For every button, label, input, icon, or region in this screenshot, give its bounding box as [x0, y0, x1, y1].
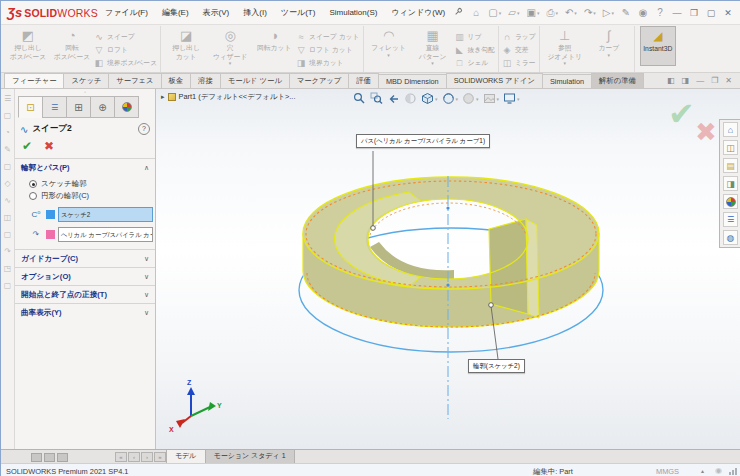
view-settings-icon[interactable] — [503, 92, 520, 105]
profile-selection-field[interactable]: スケッチ2 — [58, 207, 153, 222]
extruded-cut-button[interactable]: ◪ 押し出し カット — [164, 27, 208, 61]
confirmation-cancel-button[interactable]: ✖ — [695, 117, 717, 148]
hide-show-items-icon[interactable] — [462, 92, 479, 105]
home-icon[interactable]: ⌂ — [471, 7, 481, 18]
tab-addins[interactable]: SOLIDWORKS アドイン — [446, 73, 543, 88]
sketch-profile-radio[interactable]: スケッチ輪郭 — [29, 178, 153, 190]
confirmation-ok-button[interactable]: ✔ — [668, 95, 695, 133]
redo-icon[interactable]: ↷ — [584, 7, 596, 18]
view-palette-icon[interactable]: ◨ — [723, 176, 738, 191]
display-style-icon[interactable] — [442, 92, 459, 105]
loft-button[interactable]: ▽ロフト — [94, 43, 157, 56]
tab-sheet-metal[interactable]: 板金 — [161, 73, 192, 88]
custom-properties-icon[interactable]: ☰ — [723, 212, 738, 227]
select-icon[interactable]: ▷ — [603, 7, 614, 18]
section-options[interactable]: オプション(O) ∨ — [15, 267, 155, 285]
feature-tree-icon[interactable]: ↷ — [4, 247, 11, 256]
previous-view-icon[interactable] — [387, 92, 400, 105]
first-tab-button[interactable]: « — [115, 452, 127, 462]
zoom-to-fit-icon[interactable] — [353, 92, 366, 105]
tag-icon[interactable]: ◉ — [715, 466, 722, 475]
view-orientation-icon[interactable] — [421, 92, 438, 105]
display-manager-tab[interactable] — [114, 96, 139, 118]
loft-cut-button[interactable]: ▽ロフト カット — [296, 43, 359, 56]
feature-manager-tab[interactable]: ☰ — [42, 96, 67, 118]
print-icon[interactable]: ⎙ — [546, 7, 558, 19]
feature-tree-icon[interactable]: ▢ — [4, 230, 12, 239]
next-tab-button[interactable]: › — [141, 452, 153, 462]
section-profile-and-path[interactable]: 輪郭とパス(P) ∧ — [15, 158, 155, 176]
home-tab-icon[interactable]: ⌂ — [723, 122, 738, 137]
path-callout[interactable]: パス(ヘリカル カーブ/スパイラル カーブ1) — [356, 134, 490, 148]
menu-window[interactable]: ウィンドウ(W) — [384, 4, 452, 21]
previous-tab-button[interactable]: ‹ — [128, 452, 140, 462]
forum-icon[interactable]: ◍ — [723, 230, 738, 245]
zoom-to-area-icon[interactable] — [370, 92, 383, 105]
wrap-button[interactable]: ∩ラップ — [502, 30, 536, 43]
menu-view[interactable]: 表示(V) — [196, 4, 237, 21]
tab-analysis-preparation[interactable]: 解析の準備 — [591, 73, 644, 88]
feature-tree-icon[interactable]: ◇ — [4, 179, 10, 188]
appearances-icon[interactable] — [723, 194, 738, 209]
account-icon[interactable]: ◉ — [638, 7, 648, 18]
revolved-boss-button[interactable]: ◔ 回転 ボス/ベース — [50, 27, 94, 61]
tab-surfaces[interactable]: サーフェス — [108, 73, 161, 88]
tab-weldments[interactable]: 溶接 — [190, 73, 221, 88]
restore-window-icon[interactable]: ❐ — [689, 8, 699, 18]
feature-tree-icon[interactable]: ◳ — [4, 264, 12, 273]
section-guide-curves[interactable]: ガイドカーブ(C) ∨ — [15, 249, 155, 267]
instant3d-button[interactable]: ◢ Instant3D — [640, 26, 676, 66]
menu-file[interactable]: ファイル(F) — [98, 4, 155, 21]
hole-wizard-button[interactable]: ◎ 穴 ウィザード — [208, 27, 252, 66]
feature-tree-icon[interactable]: ▢ — [4, 111, 12, 120]
touch-mode-icon[interactable]: ✎ — [621, 7, 631, 18]
help-icon[interactable]: ? — [655, 7, 665, 18]
boundary-boss-button[interactable]: ◧境界ボス/ベース — [94, 56, 157, 69]
open-document-icon[interactable]: ▱ — [508, 7, 519, 18]
next-window-icon[interactable]: ◨ — [682, 76, 690, 85]
menu-simulation[interactable]: Simulation(S) — [322, 5, 384, 20]
configuration-manager-tab[interactable]: ⊞ — [66, 96, 91, 118]
tab-sketch[interactable]: スケッチ — [63, 73, 109, 88]
rib-button[interactable]: ▥リブ — [455, 30, 495, 43]
feature-tree-icon[interactable]: ▢ — [4, 281, 12, 290]
feature-tree-icon[interactable]: ✎ — [4, 145, 11, 154]
ok-button[interactable]: ✔ — [22, 139, 32, 153]
tab-simulation[interactable]: Simulation — [542, 74, 592, 88]
dimxpert-manager-tab[interactable]: ⊕ — [90, 96, 115, 118]
tab-mbd-dimension[interactable]: MBD Dimension — [378, 74, 447, 88]
motion-study-tab[interactable]: モーション スタディ 1 — [205, 449, 295, 463]
mirror-button[interactable]: ◫ミラー — [502, 56, 536, 69]
fillet-button[interactable]: ◠ フィレット — [367, 27, 411, 58]
feature-tree-icon[interactable]: ◫ — [4, 213, 12, 222]
draft-button[interactable]: ◣抜き勾配 — [455, 43, 495, 56]
units-dropdown-icon[interactable]: ▴ — [701, 467, 704, 474]
edit-appearance-icon[interactable] — [483, 92, 500, 105]
design-library-icon[interactable]: ◫ — [723, 140, 738, 155]
feature-tree-icon[interactable]: ▢ — [4, 162, 12, 171]
circular-profile-radio[interactable]: 円形の輪郭(C) — [29, 190, 153, 202]
feature-tree-icon[interactable]: ☰ — [4, 94, 11, 103]
profile-callout[interactable]: 輪郭(スケッチ2) — [468, 359, 525, 373]
path-selection-field[interactable]: ヘリカル カーブ/スパイラル カーブ1 — [58, 227, 153, 242]
intersect-button[interactable]: ◈交差 — [502, 43, 536, 56]
revolved-cut-button[interactable]: ◑ 回転カット — [252, 27, 296, 53]
undo-icon[interactable]: ↶ — [565, 7, 577, 18]
menu-tools[interactable]: ツール(T) — [274, 4, 323, 21]
menu-edit[interactable]: 編集(E) — [155, 4, 196, 21]
new-document-icon[interactable]: ▢ — [488, 7, 501, 18]
curves-button[interactable]: ∫ カーブ — [587, 27, 631, 58]
sweep-cut-button[interactable]: ≈スイープ カット — [296, 30, 359, 43]
section-start-end-tangency[interactable]: 開始点と終了点の正接(T) ∨ — [15, 285, 155, 303]
boundary-cut-button[interactable]: ◨境界カット — [296, 56, 359, 69]
last-tab-button[interactable]: » — [154, 452, 166, 462]
cancel-button[interactable]: ✖ — [44, 139, 54, 153]
feature-tree-icon[interactable]: ∿ — [4, 196, 11, 205]
section-curvature-display[interactable]: 曲率表示(Y) ∨ — [15, 303, 155, 321]
units-indicator[interactable]: MMGS — [656, 467, 679, 476]
close-window-icon[interactable]: ✕ — [723, 8, 733, 18]
section-view-icon[interactable] — [404, 92, 417, 105]
feature-tree-icon[interactable]: ◔ — [5, 128, 10, 137]
help-icon[interactable]: ? — [138, 123, 150, 135]
panel-splitter-handle[interactable]: ◦ — [15, 89, 155, 96]
